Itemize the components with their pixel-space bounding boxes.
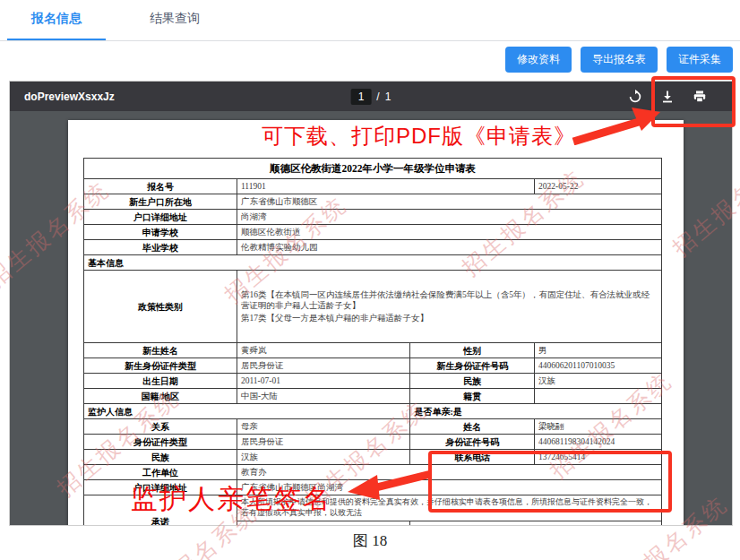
field-label: 联系电话	[410, 450, 535, 465]
field-label: 报名号	[84, 179, 237, 194]
field-value: 111901	[237, 179, 534, 194]
table-row: 毕业学校 伦教精博实验幼儿园	[84, 240, 662, 255]
table-row: 关系 母亲 姓名 梁晓翮	[84, 419, 662, 435]
field-value: 汉族	[237, 450, 410, 465]
field-value: 2022-05-22	[535, 179, 662, 194]
form-title: 顺德区伦教街道2022年小学一年级学位申请表	[84, 159, 662, 179]
field-value: 伦教精博实验幼儿园	[237, 240, 661, 255]
field-value: 第16类【在本镇同一区内连续居住并依法缴纳社会保险费满5年以上（含5年），有固定…	[237, 271, 661, 343]
field-value: 黄舜岚	[237, 343, 410, 358]
field-label: 新生身份证件类型	[84, 358, 237, 374]
section-header-basic-info: 基本信息	[84, 255, 662, 271]
table-row: 报名号 111901 2022-05-22	[84, 179, 662, 194]
table-row: 监护人信息 是否单亲:是	[84, 404, 662, 419]
tab-registration-info[interactable]: 报名信息	[7, 11, 106, 27]
policy-line-1: 第16类【在本镇同一区内连续居住并依法缴纳社会保险费满5年以上（含5年），有固定…	[241, 289, 658, 312]
table-row: 户口详细地址 尚湖湾	[84, 210, 662, 225]
page-indicator: 1 / 1	[351, 89, 392, 105]
download-icon[interactable]	[660, 90, 675, 104]
field-value: 广东省佛山市顺德区	[237, 194, 661, 210]
field-label: 姓名	[410, 419, 535, 435]
field-value: 梁晓翮	[535, 419, 662, 435]
field-value: 居民身份证	[237, 358, 410, 374]
field-value: 中国-大陆	[237, 389, 410, 404]
export-form-button[interactable]: 导出报名表	[581, 47, 658, 73]
annotation-arrow-up-icon	[571, 106, 660, 145]
page: 报名信息 结果查询 修改资料 导出报名表 证件采集 doPreviewXsxxJ…	[0, 0, 740, 560]
rotate-icon[interactable]	[628, 90, 642, 104]
field-value: 2011-07-01	[237, 374, 410, 389]
policy-line-2: 第17类【父母一方是本镇户籍的非户籍适龄子女】	[241, 313, 658, 323]
table-row: 顺德区伦教街道2022年小学一年级学位申请表	[84, 159, 662, 179]
page-total: 1	[385, 90, 392, 103]
annotation-arrow-left-icon	[348, 468, 433, 505]
empty-cell	[237, 521, 410, 526]
table-row: 出生日期 2011-07-01 民族 汉族	[84, 374, 662, 389]
field-label: 户口详细地址	[84, 210, 237, 225]
page-number-input[interactable]: 1	[351, 89, 372, 105]
field-label: 身份证件类型	[84, 435, 237, 450]
field-label: 政策性类别	[84, 271, 237, 343]
field-value: 尚湖湾	[237, 210, 661, 225]
field-label: 性别	[410, 343, 535, 358]
section-header-guardian-info: 监护人信息	[84, 404, 410, 419]
field-value	[535, 389, 662, 404]
pdf-toolbar-icons	[628, 90, 732, 104]
page-separator: /	[376, 90, 379, 103]
pdf-viewport: 顺德区伦教街道2022年小学一年级学位申请表 报名号 111901 2022-0…	[10, 111, 732, 525]
tab-result-query[interactable]: 结果查询	[125, 11, 224, 27]
table-row: 基本信息	[84, 255, 662, 271]
pdf-title: doPreviewXsxxJz	[10, 90, 115, 103]
figure-caption: 图 18	[0, 530, 740, 551]
field-value: 440606201107010035	[535, 358, 662, 374]
field-label: 新生身份证件号码	[410, 358, 535, 374]
pdf-page: 顺德区伦教街道2022年小学一年级学位申请表 报名号 111901 2022-0…	[68, 120, 684, 525]
field-label: 申请学校	[84, 225, 237, 240]
field-label: 籍贯	[410, 389, 535, 404]
certificate-capture-button[interactable]: 证件采集	[667, 47, 733, 73]
annotation-download-print: 可下载、打印PDF版《申请表》	[262, 122, 576, 151]
single-parent-flag: 是否单亲:是	[410, 404, 662, 419]
table-row: 民族 汉族 联系电话 13724655414	[84, 450, 662, 465]
field-value: 汉族	[535, 374, 662, 389]
table-row: 身份证件类型 居民身份证 身份证件号码 440681198304142024	[84, 435, 662, 450]
table-row: 申请学校 顺德区伦教街道	[84, 225, 662, 240]
field-value: 13724655414	[535, 450, 662, 465]
field-value: 440681198304142024	[535, 435, 662, 450]
field-label: 身份证件号码	[410, 435, 535, 450]
field-label: 民族	[410, 374, 535, 389]
table-row: 新生身份证件类型 居民身份证 新生身份证件号码 4406062011070100…	[84, 358, 662, 374]
table-row: 政策性类别 第16类【在本镇同一区内连续居住并依法缴纳社会保险费满5年以上（含5…	[84, 271, 662, 343]
guardian-signature-cell: 监护人签名：，2022年 月 日	[410, 521, 662, 526]
table-row: 新生姓名 黄舜岚 性别 男	[84, 343, 662, 358]
field-value: 母亲	[237, 419, 410, 435]
field-label: 工作单位	[84, 465, 237, 480]
active-tab-underline	[7, 39, 106, 40]
field-label: 民族	[84, 450, 237, 465]
field-value: 顺德区伦教街道	[237, 225, 661, 240]
field-value: 男	[535, 343, 662, 358]
field-label: 国籍/地区	[84, 389, 237, 404]
field-label: 出生日期	[84, 374, 237, 389]
field-label: 新生姓名	[84, 343, 237, 358]
field-label: 新生户口所在地	[84, 194, 237, 210]
field-label: 毕业学校	[84, 240, 237, 255]
table-row: 新生户口所在地 广东省佛山市顺德区	[84, 194, 662, 210]
annotation-signature: 监护人亲笔签名	[131, 481, 331, 518]
field-value: 居民身份证	[237, 435, 410, 450]
field-value: 教育办	[237, 465, 661, 480]
action-button-group: 修改资料 导出报名表 证件采集	[505, 47, 733, 73]
tab-bar: 报名信息 结果查询	[0, 0, 740, 41]
field-label: 关系	[84, 419, 237, 435]
print-icon[interactable]	[693, 90, 707, 104]
table-row: 国籍/地区 中国-大陆 籍贯	[84, 389, 662, 404]
edit-data-button[interactable]: 修改资料	[505, 47, 572, 73]
